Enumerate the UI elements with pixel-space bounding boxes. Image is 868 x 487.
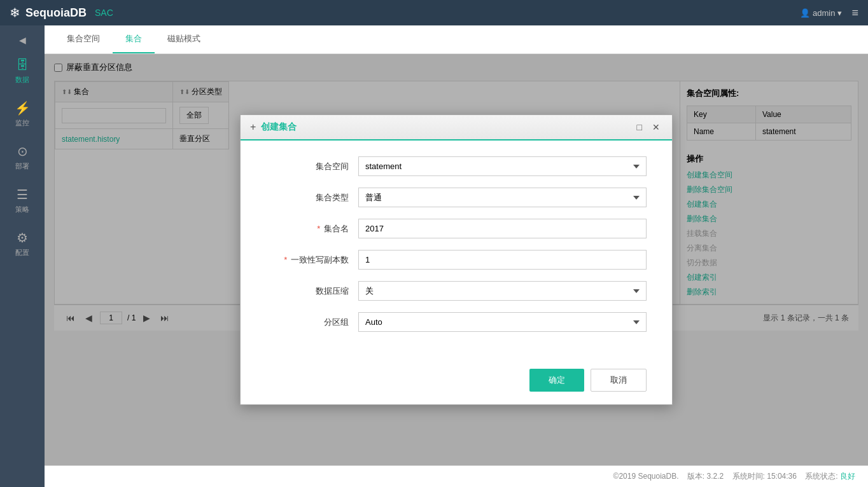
footer-copyright: ©2019 SequoiaDB.	[613, 472, 679, 481]
form-row-collection-space: 集合空间 statement	[266, 156, 647, 176]
sidebar-item-monitor[interactable]: ⚡ 监控	[0, 94, 45, 134]
sidebar-item-strategy-label: 策略	[15, 205, 29, 214]
layout: ◀ 🗄 数据 ⚡ 监控 ⊙ 部署 ☰ 策略 ⚙ 配置 集合空间 集合 磁贴模式	[0, 25, 868, 487]
partition-group-label: 分区组	[266, 317, 349, 328]
partition-group-select[interactable]: Auto	[358, 312, 647, 332]
compression-select[interactable]: 关	[358, 281, 647, 301]
topbar: ❄ SequoiaDB SAC 👤 admin ▾ ≡	[0, 0, 868, 25]
collection-type-select[interactable]: 普通	[358, 188, 647, 207]
form-row-replica-count: * 一致性写副本数	[266, 250, 647, 270]
hamburger-icon[interactable]: ≡	[851, 6, 858, 20]
logo-icon: ❄	[10, 5, 20, 20]
topbar-left: ❄ SequoiaDB SAC	[10, 5, 113, 20]
footer: ©2019 SequoiaDB. 版本: 3.2.2 系统时间: 15:04:3…	[45, 465, 868, 487]
form-row-compression: 数据压缩 关	[266, 281, 647, 301]
replica-count-input[interactable]	[358, 250, 647, 270]
content-area: 屏蔽垂直分区信息 ⬆⬇ 集合 ⬆	[45, 54, 868, 465]
topbar-right: 👤 admin ▾ ≡	[800, 6, 858, 20]
main-content: 集合空间 集合 磁贴模式 屏蔽垂直分区信息 ⬆⬇	[45, 25, 868, 487]
sidebar-item-deploy[interactable]: ⊙ 部署	[0, 137, 45, 177]
logo-text: SequoiaDB	[25, 6, 87, 20]
sidebar-item-data[interactable]: 🗄 数据	[0, 51, 45, 91]
sidebar-item-data-label: 数据	[15, 75, 29, 85]
compression-label: 数据压缩	[266, 285, 349, 297]
logo-sac: SAC	[95, 8, 113, 18]
tab-collection[interactable]: 集合	[113, 25, 155, 53]
config-icon: ⚙	[17, 230, 28, 245]
footer-status-label: 系统状态:	[805, 472, 837, 481]
modal-title: 创建集合	[261, 121, 297, 133]
admin-button[interactable]: 👤 admin ▾	[800, 8, 842, 18]
sidebar-item-strategy[interactable]: ☰ 策略	[0, 181, 45, 221]
sidebar: ◀ 🗄 数据 ⚡ 监控 ⊙ 部署 ☰ 策略 ⚙ 配置	[0, 25, 45, 487]
cancel-button[interactable]: 取消	[591, 369, 647, 392]
modal-body: 集合空间 statement 集合类型 普通	[241, 141, 672, 359]
form-row-collection-name: * 集合名	[266, 219, 647, 238]
data-icon: 🗄	[16, 58, 29, 72]
tabs: 集合空间 集合 磁贴模式	[45, 25, 868, 54]
footer-time-label: 系统时间:	[732, 472, 765, 481]
monitor-icon: ⚡	[15, 100, 31, 116]
sidebar-item-deploy-label: 部署	[15, 161, 29, 171]
confirm-button[interactable]: 确定	[529, 369, 584, 392]
footer-status: 良好	[840, 472, 855, 481]
collection-name-label: * 集合名	[266, 223, 349, 235]
close-button[interactable]: ✕	[650, 122, 662, 132]
modal-header-left: + 创建集合	[250, 121, 297, 133]
minimize-button[interactable]: □	[634, 122, 645, 132]
sidebar-collapse-button[interactable]: ◀	[16, 32, 29, 48]
modal-overlay: + 创建集合 □ ✕ 集合空间 statement	[45, 54, 868, 465]
deploy-icon: ⊙	[17, 144, 28, 159]
modal-plus-icon: +	[250, 121, 256, 133]
collection-name-input[interactable]	[358, 219, 647, 238]
required-star-name: *	[317, 224, 320, 233]
sidebar-item-monitor-label: 监控	[15, 118, 29, 128]
dropdown-icon: ▾	[837, 8, 842, 18]
footer-time: 15:04:36	[767, 472, 797, 481]
modal-footer: 确定 取消	[241, 359, 672, 404]
sidebar-item-config[interactable]: ⚙ 配置	[0, 224, 45, 264]
form-row-partition-group: 分区组 Auto	[266, 312, 647, 332]
collection-space-select[interactable]: statement	[358, 156, 647, 176]
form-row-collection-type: 集合类型 普通	[266, 188, 647, 207]
tab-paste-mode[interactable]: 磁贴模式	[155, 25, 213, 53]
sidebar-item-config-label: 配置	[15, 248, 29, 257]
modal-header-right: □ ✕	[634, 122, 662, 132]
create-collection-modal: + 创建集合 □ ✕ 集合空间 statement	[240, 114, 673, 405]
strategy-icon: ☰	[17, 187, 28, 202]
collection-space-label: 集合空间	[266, 161, 349, 172]
required-star-replica: *	[284, 255, 287, 264]
admin-label: admin	[813, 8, 835, 18]
replica-count-label: * 一致性写副本数	[266, 254, 349, 266]
user-icon: 👤	[800, 8, 810, 18]
modal-header: + 创建集合 □ ✕	[241, 115, 672, 141]
collection-type-label: 集合类型	[266, 192, 349, 203]
tab-collection-space[interactable]: 集合空间	[54, 25, 113, 53]
footer-version: 版本: 3.2.2	[687, 472, 724, 481]
